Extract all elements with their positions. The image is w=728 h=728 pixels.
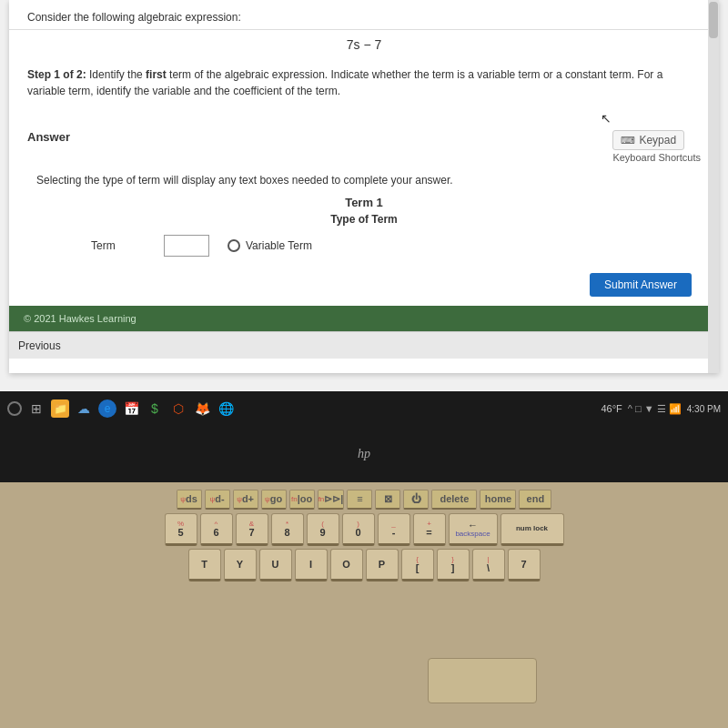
selecting-text: Selecting the type of term will display … [18, 168, 710, 192]
fn-key-power[interactable]: ⏻ [403, 490, 429, 510]
taskbar-icons-right: 46°F ^ □ ▼ ☰ 📶 4:30 PM [601, 403, 721, 415]
fn-key-d-minus[interactable]: ψd- [205, 490, 230, 510]
fn-key-skip[interactable]: fn⊳⊳| [318, 490, 345, 510]
tyuiop-row: T Y U I O P {[ }] |\ 7 [9, 549, 719, 581]
key-brace-close[interactable]: }] [437, 549, 470, 581]
key-paren-open-9[interactable]: (9 [307, 513, 339, 546]
keyboard-shortcuts-link[interactable]: Keyboard Shortcuts [612, 152, 701, 163]
fn-key-home[interactable]: home [480, 490, 516, 510]
key-U[interactable]: U [259, 549, 292, 581]
taskbar-icons-left: ⊞ 📁 ☁ e 📅 $ ⬡ 🦊 🌐 [7, 399, 235, 418]
weather-temp: 46°F [601, 403, 622, 414]
system-tray-icons: ^ □ ▼ ☰ 📶 [628, 403, 682, 415]
chrome-icon[interactable]: 🌐 [217, 399, 235, 418]
term1-header: Term 1 [36, 196, 692, 209]
instructions: Step 1 of 2: Identify the first term of … [9, 59, 719, 106]
scrollbar-thumb[interactable] [709, 2, 718, 38]
key-O[interactable]: O [330, 549, 363, 581]
key-paren-close-0[interactable]: )0 [342, 513, 375, 546]
fn-key-menu[interactable]: ≡ [347, 490, 372, 510]
previous-link[interactable]: Previous [18, 339, 61, 352]
answer-section: Answer ⌨ Keypad Keyboard Shortcuts Selec… [9, 125, 719, 306]
taskbar: ⊞ 📁 ☁ e 📅 $ ⬡ 🦊 🌐 46°F ^ □ ▼ ☰ 📶 4:30 PM [0, 391, 728, 426]
key-numpad-7[interactable]: 7 [508, 549, 541, 581]
dollar-icon[interactable]: $ [146, 399, 164, 418]
bold-first: first [146, 68, 167, 81]
screen: Consider the following algebraic express… [0, 0, 728, 391]
submit-button[interactable]: Submit Answer [590, 273, 692, 297]
keypad-label: Keypad [639, 134, 676, 147]
hp-logo: hp [358, 447, 370, 461]
nav-area: Previous [9, 331, 719, 359]
fn-key-go[interactable]: ψgo [261, 490, 287, 510]
grid-icon[interactable]: ⊞ [27, 399, 46, 418]
step-label: Step 1 of 2: [27, 68, 86, 81]
term-section: Term 1 Type of Term Term Variable Term [18, 192, 710, 264]
start-icon[interactable] [7, 401, 22, 416]
submit-row: Submit Answer [18, 264, 710, 306]
term-label: Term [91, 239, 146, 252]
cloud-icon[interactable]: ☁ [75, 399, 93, 418]
cursor-area: ↖ [9, 106, 719, 125]
term-input[interactable] [164, 235, 209, 257]
office-icon[interactable]: ⬡ [169, 399, 187, 418]
fn-row: ψds ψd- ψd+ ψgo fn|oo fn⊳⊳| ≡ ⊠ ⏻ delete… [9, 490, 719, 510]
fn-key-box[interactable]: ⊠ [375, 490, 400, 510]
answer-label: Answer [27, 130, 70, 144]
key-percent-5[interactable]: %5 [165, 513, 197, 546]
key-I[interactable]: I [295, 549, 328, 581]
fn-key-ds[interactable]: ψds [177, 490, 202, 510]
key-P[interactable]: P [366, 549, 399, 581]
type-of-term-header: Type of Term [36, 213, 692, 226]
top-text: Consider the following algebraic express… [9, 0, 719, 30]
step-detail: Identify the [86, 68, 146, 81]
number-row: %5 ^6 &7 *8 (9 )0 _- += ←backspace num l… [9, 513, 719, 546]
keypad-icon: ⌨ [621, 135, 635, 147]
trackpad[interactable] [428, 658, 537, 703]
radio-label: Variable Term [246, 239, 312, 252]
key-pipe[interactable]: |\ [472, 549, 505, 581]
footer-copyright: © 2021 Hawkes Learning [24, 313, 136, 324]
key-amp-7[interactable]: &7 [236, 513, 268, 546]
keypad-area: ⌨ Keypad Keyboard Shortcuts [612, 130, 701, 163]
key-numlock[interactable]: num lock [500, 513, 564, 546]
key-T[interactable]: T [188, 549, 221, 581]
radio-option[interactable]: Variable Term [228, 239, 312, 252]
fn-key-end[interactable]: end [519, 490, 551, 510]
calendar-icon[interactable]: 📅 [122, 399, 140, 418]
content-area: Consider the following algebraic express… [9, 0, 719, 373]
folder-icon[interactable]: 📁 [51, 399, 69, 418]
key-backspace[interactable]: ←backspace [449, 513, 498, 546]
expression: 7s − 7 [9, 30, 719, 59]
radio-circle [228, 239, 240, 252]
answer-header: Answer ⌨ Keypad Keyboard Shortcuts [18, 125, 710, 168]
term-row: Term Variable Term [36, 231, 692, 260]
edge-icon[interactable]: e [98, 399, 116, 418]
fn-key-ioo[interactable]: fn|oo [289, 490, 315, 510]
keypad-button[interactable]: ⌨ Keypad [612, 130, 684, 150]
laptop-body: ψds ψd- ψd+ ψgo fn|oo fn⊳⊳| ≡ ⊠ ⏻ delete… [0, 482, 728, 728]
fn-key-d-plus[interactable]: ψd+ [233, 490, 258, 510]
keyboard-area: ψds ψd- ψd+ ψgo fn|oo fn⊳⊳| ≡ ⊠ ⏻ delete… [0, 482, 728, 638]
laptop-top-strip: hp [0, 426, 728, 482]
key-underscore-minus[interactable]: _- [378, 513, 410, 546]
clock: 4:30 PM [687, 404, 721, 414]
firefox-icon[interactable]: 🦊 [193, 399, 211, 418]
cursor-icon: ↖ [601, 111, 610, 124]
key-caret-6[interactable]: ^6 [200, 513, 233, 546]
fn-key-delete[interactable]: delete [431, 490, 477, 510]
key-Y[interactable]: Y [224, 549, 257, 581]
footer-bar: © 2021 Hawkes Learning [9, 306, 719, 331]
key-star-8[interactable]: *8 [271, 513, 304, 546]
key-plus-equals[interactable]: += [413, 513, 446, 546]
selecting-text-content: Selecting the type of term will display … [36, 174, 453, 187]
key-brace-open[interactable]: {[ [401, 549, 434, 581]
